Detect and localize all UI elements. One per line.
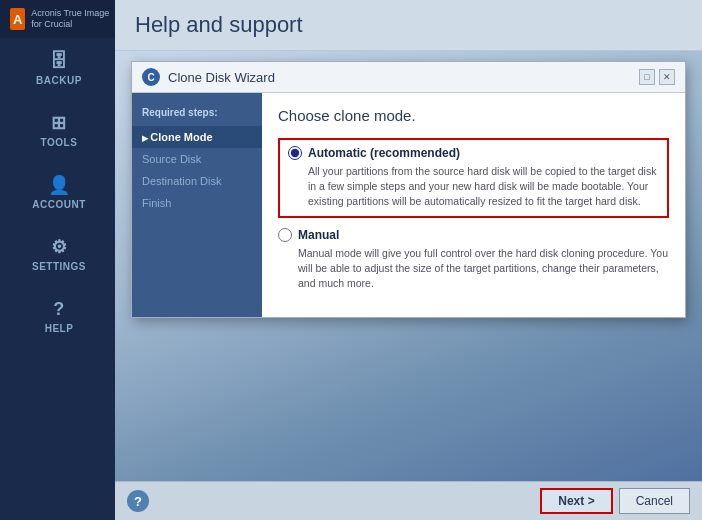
settings-icon: ⚙ xyxy=(51,238,68,256)
sidebar-item-backup[interactable]: 🗄 BACKUP xyxy=(0,38,115,100)
dialog-title-left: C Clone Disk Wizard xyxy=(142,68,275,86)
minimize-button[interactable]: □ xyxy=(639,69,655,85)
wizard-content-title: Choose clone mode. xyxy=(278,107,669,124)
manual-option-description: Manual mode will give you full control o… xyxy=(298,246,669,292)
sidebar-item-label: HELP xyxy=(45,323,74,334)
sidebar-nav: 🗄 BACKUP ⊞ TOOLS 👤 ACCOUNT ⚙ SETTINGS ? … xyxy=(0,38,115,520)
sidebar-item-tools[interactable]: ⊞ TOOLS xyxy=(0,100,115,162)
wizard-step-finish: Finish xyxy=(132,192,262,214)
automatic-option-text: Automatic (recommended) xyxy=(308,146,460,160)
automatic-radio[interactable] xyxy=(288,146,302,160)
tools-icon: ⊞ xyxy=(51,114,67,132)
manual-option: Manual Manual mode will give you full co… xyxy=(278,228,669,292)
sidebar-item-label: TOOLS xyxy=(41,137,78,148)
dialog-window: C Clone Disk Wizard □ ✕ Required steps: … xyxy=(131,61,686,318)
app-logo: A Acronis True Image for Crucial xyxy=(0,0,115,38)
bottom-bar: ? Next > Cancel xyxy=(115,481,702,520)
manual-option-label[interactable]: Manual xyxy=(278,228,669,242)
automatic-option-label[interactable]: Automatic (recommended) xyxy=(288,146,659,160)
main-content: Help and support C Clone Disk Wizard □ ✕… xyxy=(115,0,702,520)
automatic-option-description: All your partitions from the source hard… xyxy=(308,164,659,210)
sidebar-item-label: SETTINGS xyxy=(32,261,86,272)
dialog-titlebar: C Clone Disk Wizard □ ✕ xyxy=(132,62,685,93)
wizard-steps-panel: Required steps: Clone Mode Source Disk D… xyxy=(132,93,262,317)
help-circle-icon[interactable]: ? xyxy=(127,490,149,512)
sidebar-item-settings[interactable]: ⚙ SETTINGS xyxy=(0,224,115,286)
wizard-step-source-disk: Source Disk xyxy=(132,148,262,170)
dialog-title-icon: C xyxy=(142,68,160,86)
dialog-title-text: Clone Disk Wizard xyxy=(168,70,275,85)
sidebar-item-account[interactable]: 👤 ACCOUNT xyxy=(0,162,115,224)
manual-radio[interactable] xyxy=(278,228,292,242)
app-title: Acronis True Image for Crucial xyxy=(31,8,115,30)
help-icon: ? xyxy=(53,300,65,318)
page-title: Help and support xyxy=(135,12,682,38)
wizard-steps-title: Required steps: xyxy=(132,103,262,126)
dialog-body: Required steps: Clone Mode Source Disk D… xyxy=(132,93,685,317)
automatic-option: Automatic (recommended) All your partiti… xyxy=(278,138,669,218)
account-icon: 👤 xyxy=(48,176,71,194)
backup-icon: 🗄 xyxy=(50,52,69,70)
cancel-button[interactable]: Cancel xyxy=(619,488,690,514)
manual-option-text: Manual xyxy=(298,228,339,242)
next-button[interactable]: Next > xyxy=(540,488,612,514)
sidebar-item-label: BACKUP xyxy=(36,75,82,86)
wizard-content: Choose clone mode. Automatic (recommende… xyxy=(262,93,685,317)
dialog-titlebar-controls: □ ✕ xyxy=(639,69,675,85)
bottom-buttons: Next > Cancel xyxy=(540,488,690,514)
main-header: Help and support xyxy=(115,0,702,51)
close-button[interactable]: ✕ xyxy=(659,69,675,85)
sidebar-item-label: ACCOUNT xyxy=(32,199,86,210)
wizard-step-clone-mode[interactable]: Clone Mode xyxy=(132,126,262,148)
sidebar: A Acronis True Image for Crucial 🗄 BACKU… xyxy=(0,0,115,520)
dialog-area: C Clone Disk Wizard □ ✕ Required steps: … xyxy=(115,51,702,481)
sidebar-item-help[interactable]: ? HELP xyxy=(0,286,115,348)
wizard-step-destination-disk: Destination Disk xyxy=(132,170,262,192)
logo-icon: A xyxy=(10,8,25,30)
